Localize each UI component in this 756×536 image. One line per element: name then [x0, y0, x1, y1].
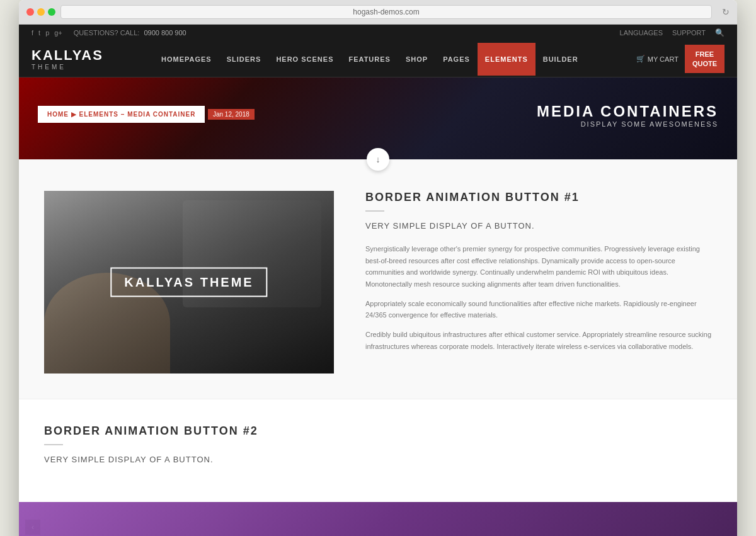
browser-chrome: hogash-demos.com ↻ [19, 0, 737, 25]
nav-right: 🛒 MY CART FREE QUOTE [636, 45, 724, 73]
nav-hero-scenes[interactable]: HERO SCENES [268, 43, 341, 76]
hero-subtitle: DISPLAY SOME AWESOMENESS [537, 120, 718, 128]
browser-dots [26, 8, 55, 16]
nav-sliders[interactable]: SLIDERS [219, 43, 269, 76]
dot-yellow[interactable] [37, 8, 45, 16]
breadcrumb-home[interactable]: HOME [47, 111, 69, 118]
content-inner: KALLYAS THEME BORDER ANIMATION BUTTON #1… [44, 191, 712, 373]
breadcrumb-area: HOME ▶ ELEMENTS – MEDIA CONTAINER Jan 12… [38, 106, 255, 128]
nav-links: HOMEPAGES SLIDERS HERO SCENES FEATURES S… [154, 43, 586, 76]
googleplus-icon[interactable]: g+ [54, 29, 62, 37]
nav-shop[interactable]: SHOP [398, 43, 435, 76]
facebook-icon[interactable]: f [32, 29, 33, 37]
section-divider [365, 210, 384, 212]
cart-button[interactable]: 🛒 MY CART [636, 55, 679, 63]
logo-name[interactable]: KALLYAS [32, 47, 103, 64]
breadcrumb: HOME ▶ ELEMENTS – MEDIA CONTAINER [38, 106, 205, 123]
text-content: BORDER ANIMATION BUTTON #1 VERY SIMPLE D… [365, 191, 712, 360]
nav-pages[interactable]: PAGES [435, 43, 478, 76]
bottom-image-section: ‹ www.heritagechristiancollege.com [19, 502, 737, 536]
second-section: BORDER ANIMATION BUTTON #2 VERY SIMPLE D… [19, 399, 737, 502]
social-icons: f t p g+ [32, 29, 62, 37]
nav-builder[interactable]: BUILDER [536, 43, 586, 76]
cart-icon: 🛒 [636, 55, 645, 63]
languages-link[interactable]: LANGUAGES [620, 29, 663, 37]
utility-bar: f t p g+ QUESTIONS? CALL: 0900 800 900 L… [19, 25, 737, 41]
nav-features[interactable]: FEATURES [341, 43, 398, 76]
section1-body3: Credibly build ubiquitous infrastructure… [365, 329, 712, 352]
nav-homepages[interactable]: HOMEPAGES [154, 43, 219, 76]
logo-sub: THEME [32, 64, 103, 71]
media-container: KALLYAS THEME [44, 191, 334, 373]
address-bar[interactable]: hogash-demos.com [60, 5, 712, 19]
two-col-layout: KALLYAS THEME BORDER ANIMATION BUTTON #1… [44, 191, 712, 373]
logo-area: KALLYAS THEME [32, 41, 103, 77]
media-overlay-text: KALLYAS THEME [110, 268, 267, 297]
utility-phone: QUESTIONS? CALL: 0900 800 900 [74, 29, 186, 37]
utility-right: LANGUAGES SUPPORT 🔍 [620, 28, 724, 37]
breadcrumb-current: MEDIA CONTAINER [127, 111, 195, 118]
breadcrumb-separator: ▶ [71, 111, 79, 118]
support-link[interactable]: SUPPORT [672, 29, 706, 37]
twitter-icon[interactable]: t [38, 29, 40, 37]
refresh-icon[interactable]: ↻ [722, 7, 730, 17]
cart-label: MY CART [648, 55, 679, 63]
section1-subtitle: VERY SIMPLE DISPLAY OF A BUTTON. [365, 221, 712, 231]
hero-title-area: MEDIA CONTAINERS DISPLAY SOME AWESOMENES… [537, 103, 718, 128]
section1-title: BORDER ANIMATION BUTTON #1 [365, 191, 712, 204]
section2-divider [44, 444, 63, 445]
section2-title: BORDER ANIMATION BUTTON #2 [44, 425, 712, 438]
hero-section: HOME ▶ ELEMENTS – MEDIA CONTAINER Jan 12… [19, 77, 737, 159]
nav-elements[interactable]: ELEMENTS [478, 43, 536, 76]
section1-body2: Appropriately scale economically sound f… [365, 298, 712, 321]
breadcrumb-separator2: – [121, 111, 127, 118]
media-image: KALLYAS THEME [44, 191, 334, 373]
main-nav: KALLYAS THEME hover me HOMEPAGES SLIDERS… [19, 41, 737, 77]
content-area: KALLYAS THEME BORDER ANIMATION BUTTON #1… [19, 159, 737, 399]
search-icon[interactable]: 🔍 [715, 28, 724, 37]
dot-green[interactable] [48, 8, 55, 16]
dot-red[interactable] [26, 8, 34, 16]
hero-main-title: MEDIA CONTAINERS [537, 103, 718, 120]
section1-body1: Synergistically leverage other's premier… [365, 243, 712, 290]
utility-left: f t p g+ QUESTIONS? CALL: 0900 800 900 [32, 29, 186, 37]
free-quote-button[interactable]: FREE QUOTE [685, 45, 724, 73]
breadcrumb-elements[interactable]: ELEMENTS [79, 111, 118, 118]
second-inner: BORDER ANIMATION BUTTON #2 VERY SIMPLE D… [44, 425, 712, 464]
scroll-down-arrow[interactable]: ↓ [367, 148, 389, 171]
section2-subtitle: VERY SIMPLE DISPLAY OF A BUTTON. [44, 455, 712, 464]
date-badge: Jan 12, 2018 [208, 109, 255, 120]
pinterest-icon[interactable]: p [45, 29, 49, 37]
browser-window: hogash-demos.com ↻ f t p g+ QUESTIONS? C… [19, 0, 737, 536]
